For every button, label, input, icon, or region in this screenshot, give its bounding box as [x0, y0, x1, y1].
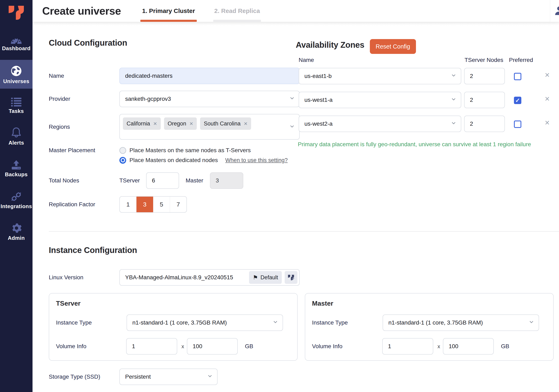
volume-info-label: Volume Info	[312, 338, 343, 355]
tserver-volume-size-input[interactable]: 100	[187, 338, 238, 355]
user-avatar-icon[interactable]	[553, 5, 559, 17]
remove-az-icon[interactable]: ×	[545, 71, 550, 79]
backup-upload-icon	[10, 157, 22, 170]
sidebar-item-alerts[interactable]: Alerts	[0, 123, 33, 148]
az-row: us-west2-a 2 ×	[299, 116, 554, 134]
linux-version-label: Linux Version	[49, 274, 119, 281]
chevron-down-icon	[289, 95, 295, 103]
header-user-area	[550, 0, 559, 22]
radio-selected-icon[interactable]	[119, 157, 126, 164]
linux-version-select[interactable]: YBA-Managed-AlmaLinux-8.9_v20240515 ⚑ De…	[119, 269, 300, 286]
instance-configuration-heading: Instance Configuration	[49, 246, 137, 255]
sidebar-item-backups[interactable]: Backups	[0, 155, 33, 180]
instance-type-value: n1-standard-1 (1 core, 3.75GB RAM)	[388, 319, 483, 326]
sidebar-item-label: Tasks	[9, 108, 24, 114]
az-nodes-input[interactable]: 2	[464, 116, 505, 132]
placement-option-dedicated-nodes[interactable]: Place Masters on dedicated nodes When to…	[119, 155, 337, 165]
linux-version-value: YBA-Managed-AlmaLinux-8.9_v20240515	[125, 274, 233, 281]
chevron-down-icon	[289, 123, 295, 131]
tserver-card: TServer Instance Type n1-standard-1 (1 c…	[49, 293, 298, 361]
master-volume-count-input[interactable]: 1	[382, 338, 433, 355]
master-volume-size-input[interactable]: 100	[443, 338, 494, 355]
storage-type-select[interactable]: Persistent	[119, 369, 218, 385]
regions-multiselect[interactable]: California × Oregon × South Carolina ×	[119, 114, 300, 140]
az-column-preferred: Preferred	[509, 57, 533, 63]
sidebar-item-integrations[interactable]: Integrations	[0, 187, 33, 212]
storage-type-value: Persistent	[125, 374, 151, 380]
remove-az-icon[interactable]: ×	[545, 95, 550, 103]
volume-multiplier: x	[180, 338, 185, 355]
provider-select[interactable]: sanketh-gcpprov3	[119, 91, 300, 107]
volume-multiplier: x	[436, 338, 441, 355]
preferred-checkbox-unchecked[interactable]	[514, 120, 521, 128]
universe-name-input[interactable]: dedicated-masters	[119, 68, 300, 84]
create-universe-page: Dashboard Universes	[0, 0, 559, 392]
task-list-icon	[11, 94, 22, 107]
tserver-count-label: TServer	[119, 177, 146, 184]
page-title: Create universe	[42, 5, 121, 17]
main-content: Cloud Configuration Name dedicated-maste…	[33, 22, 559, 392]
provider-label: Provider	[49, 96, 119, 102]
sidebar-item-dashboard[interactable]: Dashboard	[0, 29, 33, 54]
remove-region-icon[interactable]: ×	[244, 120, 248, 127]
yb-verified-icon	[285, 271, 298, 284]
tab-primary-cluster[interactable]: 1. Primary Cluster	[140, 0, 197, 22]
tserver-card-heading: TServer	[56, 300, 81, 307]
remove-region-icon[interactable]: ×	[190, 120, 193, 127]
sidebar-item-label: Universes	[3, 78, 29, 84]
reset-config-button[interactable]: Reset Config	[370, 39, 416, 54]
rf-option-5[interactable]: 5	[153, 197, 170, 212]
instance-type-value: n1-standard-1 (1 core, 3.75GB RAM)	[132, 319, 227, 326]
master-instance-type-select[interactable]: n1-standard-1 (1 core, 3.75GB RAM)	[383, 314, 539, 331]
globe-icon	[10, 64, 22, 77]
placement-option-label: Place Masters on the same nodes as T-Ser…	[130, 147, 251, 154]
tserver-count-input[interactable]: 6	[146, 172, 179, 189]
sidebar-item-label: Alerts	[9, 140, 24, 146]
geo-redundancy-status: Primary data placement is fully geo-redu…	[298, 141, 531, 148]
rf-option-7[interactable]: 7	[170, 197, 186, 212]
tserver-instance-type-select[interactable]: n1-standard-1 (1 core, 3.75GB RAM)	[127, 314, 283, 331]
plug-icon	[10, 189, 22, 202]
az-nodes-input[interactable]: 2	[464, 92, 505, 108]
remove-region-icon[interactable]: ×	[153, 120, 157, 127]
default-badge: ⚑ Default	[249, 271, 282, 284]
regions-label: Regions	[49, 124, 119, 130]
total-nodes-label: Total Nodes	[49, 177, 119, 184]
gear-icon	[11, 221, 22, 234]
availability-zones-heading: Availability Zones	[296, 40, 364, 50]
preferred-checkbox-unchecked[interactable]	[514, 73, 521, 80]
rf-option-1[interactable]: 1	[120, 197, 136, 212]
master-count-input: 3	[210, 172, 243, 189]
name-row: Name dedicated-masters	[49, 68, 300, 84]
sidebar-item-label: Backups	[5, 171, 28, 178]
az-row: us-east1-b 2 ×	[299, 68, 554, 86]
placement-option-label: Place Masters on dedicated nodes	[130, 157, 218, 164]
region-chip: South Carolina ×	[200, 118, 251, 130]
az-nodes-input[interactable]: 2	[464, 68, 505, 84]
az-zone-select[interactable]: us-west2-a	[299, 116, 461, 132]
linux-version-row: Linux Version YBA-Managed-AlmaLinux-8.9_…	[49, 269, 300, 286]
master-placement-row: Master Placement Place Masters on the sa…	[49, 146, 337, 165]
sidebar-item-universes[interactable]: Universes	[0, 60, 33, 89]
preferred-checkbox-checked[interactable]: ✓	[514, 97, 521, 104]
radio-unselected-icon[interactable]	[119, 147, 126, 154]
tab-read-replica[interactable]: 2. Read Replica	[213, 0, 261, 22]
region-chip-label: South Carolina	[204, 120, 241, 127]
when-to-use-link[interactable]: When to use this setting?	[225, 157, 288, 164]
tserver-volume-count-input[interactable]: 1	[126, 338, 177, 355]
remove-az-icon[interactable]: ×	[545, 119, 550, 127]
region-chip: Oregon ×	[164, 118, 197, 130]
sidebar-item-tasks[interactable]: Tasks	[0, 91, 33, 117]
chevron-down-icon	[207, 373, 213, 381]
az-zone-select[interactable]: us-west1-a	[299, 92, 461, 108]
provider-value: sanketh-gcpprov3	[125, 96, 171, 102]
volume-info-label: Volume Info	[56, 338, 86, 355]
default-badge-label: Default	[260, 274, 278, 281]
sidebar-item-admin[interactable]: Admin	[0, 219, 33, 244]
master-card-heading: Master	[312, 300, 333, 307]
yugabyte-logo-icon[interactable]	[0, 5, 33, 21]
name-label: Name	[49, 73, 119, 79]
rf-option-3[interactable]: 3	[136, 197, 153, 212]
az-column-tserver-nodes: TServer Nodes	[465, 57, 503, 63]
az-zone-select[interactable]: us-east1-b	[299, 68, 461, 84]
